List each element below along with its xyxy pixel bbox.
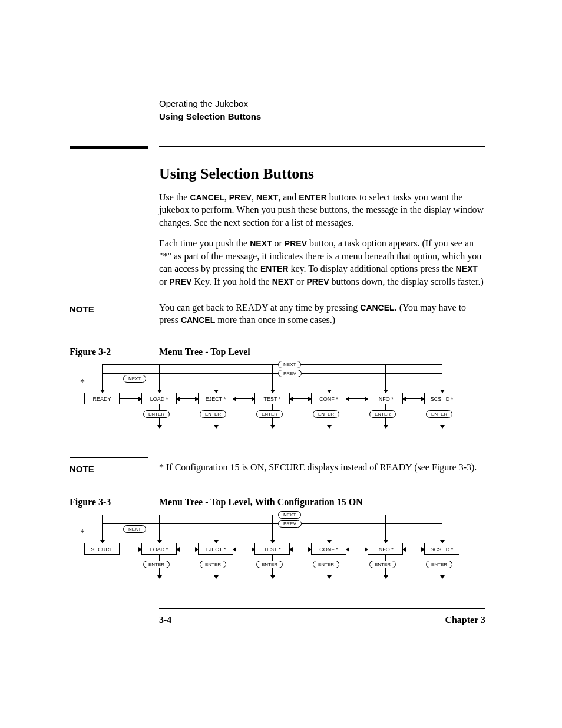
running-header: Operating the Jukebox Using Selection Bu… (159, 97, 485, 123)
note-text: * If Configuration 15 is ON, SECURE disp… (159, 457, 485, 480)
text: more than once in some cases.) (215, 315, 335, 325)
diagram-arrow (120, 398, 141, 399)
prev-label: PREV (285, 239, 307, 248)
enter-pill: ENTER (426, 410, 452, 419)
menu-box: TEST * (254, 393, 290, 404)
page-footer: 3-4 Chapter 3 (159, 608, 485, 625)
figure-number: Figure 3-3 (70, 497, 148, 508)
diagram-arrow (233, 549, 254, 549)
text: Use the (159, 192, 190, 202)
menu-box: CONF * (311, 543, 346, 555)
enter-pill: ENTER (313, 561, 339, 569)
diagram-arrow (120, 549, 141, 549)
text: Each time you push the (159, 238, 250, 248)
diagram-arrow (177, 549, 198, 549)
diagram-arrow (346, 549, 368, 549)
menu-box: SCSI ID * (424, 543, 459, 555)
text: buttons down, the display scrolls faster… (329, 276, 484, 286)
intro-paragraph-2: Each time you push the NEXT or PREV butt… (159, 237, 485, 288)
diagram-arrow (272, 515, 273, 543)
enter-pill: ENTER (369, 410, 396, 419)
note-block-1: NOTE You can get back to READY at any ti… (70, 298, 485, 330)
menu-box: LOAD * (141, 543, 177, 555)
note-label: NOTE (70, 298, 148, 330)
prev-label: PREV (229, 193, 252, 202)
figure-caption-2: Figure 3-3 Menu Tree - Top Level, With C… (70, 497, 485, 508)
text: , (252, 192, 256, 202)
next-pill: NEXT (123, 525, 146, 533)
diagram-arrow (177, 398, 198, 399)
menu-box: TEST * (254, 543, 290, 555)
enter-pill: ENTER (143, 410, 170, 419)
menu-box: LOAD * (141, 393, 177, 404)
enter-pill: ENTER (426, 561, 452, 569)
page-number: 3-4 (159, 615, 171, 625)
diagram-arrow (216, 364, 216, 393)
note-block-2: NOTE * If Configuration 15 is ON, SECURE… (70, 457, 485, 480)
prev-pill: PREV (278, 520, 302, 528)
note-label: NOTE (70, 457, 148, 480)
diagram-arrow (403, 549, 424, 549)
menu-box: EJECT * (198, 543, 233, 555)
chapter-label: Chapter 3 (445, 615, 485, 625)
diagram-arrow (290, 398, 311, 399)
enter-pill: ENTER (143, 561, 170, 569)
enter-pill: ENTER (256, 561, 283, 569)
text: key. To display additional options press… (288, 263, 455, 274)
diagram-arrow (329, 364, 329, 393)
figure-title: Menu Tree - Top Level (159, 347, 250, 357)
thin-rule (159, 146, 485, 147)
header-rule (70, 146, 485, 149)
prev-label: PREV (169, 277, 191, 286)
section-name: Using Selection Buttons (159, 110, 485, 123)
diagram-arrow (216, 515, 216, 543)
text: or (294, 276, 306, 286)
cancel-label: CANCEL (360, 303, 394, 312)
cancel-label: CANCEL (181, 315, 215, 325)
asterisk-marker: * (80, 377, 85, 388)
figure-caption-1: Figure 3-2 Menu Tree - Top Level (70, 347, 485, 357)
diagram-arrow (385, 364, 386, 393)
note-text: You can get back to READY at any time by… (159, 298, 485, 330)
text: , and (278, 192, 299, 202)
cancel-label: CANCEL (190, 193, 224, 202)
text: or (272, 238, 285, 248)
text: Key. If you hold the (191, 276, 272, 286)
diagram-arrow (159, 364, 160, 393)
menu-tree-diagram-1: *NEXTNEXTPREVREADYLOAD *ENTEREJECT *ENTE… (70, 363, 479, 434)
text: You can get back to READY at any time by… (159, 302, 360, 312)
menu-box: CONF * (311, 393, 346, 404)
diagram-arrow (385, 515, 386, 543)
asterisk-marker: * (80, 528, 85, 538)
menu-box: SECURE (84, 543, 120, 555)
next-pill: NEXT (123, 375, 146, 383)
enter-pill: ENTER (200, 410, 226, 419)
menu-box: INFO * (368, 543, 403, 555)
menu-box: READY (84, 393, 120, 404)
figure-title: Menu Tree - Top Level, With Configuratio… (159, 497, 363, 508)
section-title: Using Selection Buttons (159, 165, 485, 183)
next-pill: NEXT (278, 511, 301, 519)
text: or (159, 276, 169, 286)
figure-number: Figure 3-2 (70, 347, 148, 357)
next-label: NEXT (456, 264, 478, 274)
diagram-arrow (346, 398, 368, 399)
prev-label: PREV (306, 277, 329, 286)
diagram-arrow (272, 364, 273, 393)
diagram-arrow (159, 515, 160, 543)
next-label: NEXT (272, 277, 294, 286)
enter-pill: ENTER (200, 561, 226, 569)
menu-tree-diagram-2: *NEXTNEXTPREVSECURELOAD *ENTEREJECT *ENT… (70, 513, 479, 584)
diagram-arrow (329, 515, 329, 543)
intro-paragraph-1: Use the CANCEL, PREV, NEXT, and ENTER bu… (159, 191, 485, 229)
next-pill: NEXT (278, 361, 301, 369)
diagram-arrow (290, 549, 311, 549)
menu-box: SCSI ID * (424, 393, 459, 404)
diagram-arrow (233, 398, 254, 399)
prev-pill: PREV (278, 370, 302, 378)
enter-pill: ENTER (369, 561, 396, 569)
next-label: NEXT (250, 239, 272, 248)
enter-label: ENTER (260, 264, 288, 274)
menu-box: EJECT * (198, 393, 233, 404)
thick-rule (70, 146, 148, 149)
